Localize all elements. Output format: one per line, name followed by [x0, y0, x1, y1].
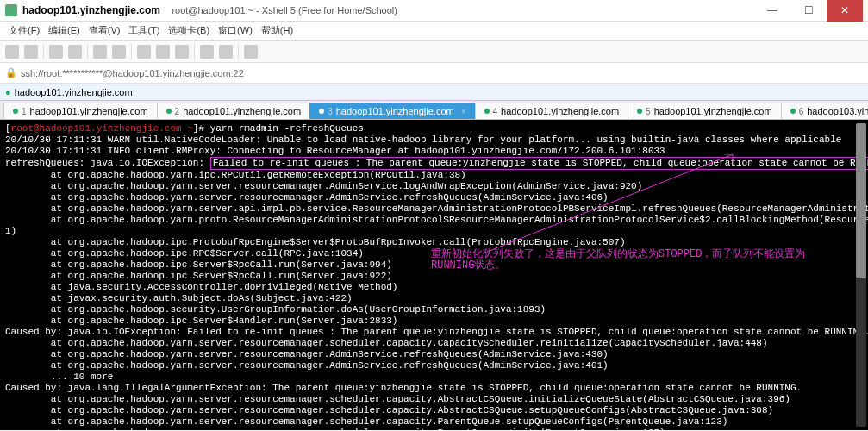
output-line: at org.apache.hadoop.yarn.server.resourc…	[5, 416, 863, 428]
menu-help[interactable]: 帮助(H)	[258, 22, 297, 39]
close-button[interactable]: ✕	[827, 0, 863, 22]
addressbar[interactable]: 🔒 ssh://root:***********@hadoop101.yinzh…	[0, 63, 868, 84]
toolbar-paste-icon[interactable]	[112, 45, 126, 59]
output-line: 20/10/30 17:11:31 INFO client.RMProxy: C…	[5, 146, 863, 157]
status-dot-icon	[13, 109, 18, 114]
output-line: Caused by: java.lang.IllegalArgumentExce…	[5, 383, 863, 394]
output-line: at org.apache.hadoop.yarn.proto.Resource…	[5, 215, 863, 226]
tab-3[interactable]: 3hadoop101.yinzhengjie.com×	[309, 103, 475, 119]
tab-label: hadoop101.yinzhengjie.com	[336, 106, 454, 116]
toolbar-color-icon[interactable]	[175, 45, 189, 59]
output-line: at org.apache.hadoop.yarn.server.resourc…	[5, 338, 863, 349]
toolbar-reconnect-icon[interactable]	[49, 45, 63, 59]
output-line: at org.apache.hadoop.yarn.ipc.RPCUtil.ge…	[5, 170, 863, 181]
titlebar: hadoop101.yinzhengjie.com root@hadoop101…	[0, 0, 868, 22]
session-status-icon: ●	[5, 87, 11, 97]
minimize-button[interactable]: —	[754, 0, 790, 22]
prompt-userhost: root@hadoop101.yinzhengjie.com ~	[11, 123, 193, 134]
tab-5[interactable]: 5hadoop101.yinzhengjie.com	[628, 103, 782, 119]
status-dot-icon	[319, 109, 324, 114]
tabstrip: 1hadoop101.yinzhengjie.com 2hadoop101.yi…	[0, 101, 868, 120]
status-dot-icon	[637, 109, 642, 114]
annotation-text: 重新初始化队列失败了，这是由于父队列的状态为STOPPED，而子队列不能设置为R…	[431, 249, 845, 272]
toolbar-disconnect-icon[interactable]	[68, 45, 82, 59]
menu-tools[interactable]: 工具(T)	[125, 22, 163, 39]
app-icon	[5, 4, 17, 16]
output-line: 20/10/30 17:11:31 WARN util.NativeCodeLo…	[5, 134, 863, 146]
scrollbar-thumb[interactable]	[856, 123, 866, 278]
tab-label: hadoop103.yinzhengjie.com	[807, 106, 868, 116]
highlighted-error: Failed to re-init queues : The parent qu…	[210, 157, 868, 170]
menu-window[interactable]: 窗口(W)	[215, 22, 256, 39]
output-line: at org.apache.hadoop.yarn.server.resourc…	[5, 405, 863, 416]
output-line: Caused by: java.io.IOException: Failed t…	[5, 327, 863, 338]
output-line: at org.apache.hadoop.ipc.ProtobufRpcEngi…	[5, 237, 863, 248]
output-line: at javax.security.auth.Subject.doAs(Subj…	[5, 293, 863, 304]
tab-num: 6	[799, 107, 804, 116]
toolbar-separator	[238, 44, 239, 59]
local-tab[interactable]: ● hadoop101.yinzhengjie.com	[0, 84, 868, 101]
status-dot-icon	[166, 109, 172, 114]
tab-num: 5	[646, 107, 651, 116]
status-dot-icon	[484, 109, 490, 114]
menu-file[interactable]: 文件(F)	[5, 22, 43, 39]
tab-2[interactable]: 2hadoop101.yinzhengjie.com	[157, 103, 311, 119]
toolbar	[0, 41, 868, 63]
output-line: at org.apache.hadoop.yarn.server.resourc…	[5, 181, 863, 192]
local-tab-label: hadoop101.yinzhengjie.com	[15, 87, 133, 97]
output-line: at org.apache.hadoop.ipc.Server$Handler.…	[5, 315, 863, 327]
window-subtitle: root@hadoop101:~ - Xshell 5 (Free for Ho…	[172, 5, 397, 16]
toolbar-separator	[131, 44, 132, 59]
tab-num: 2	[175, 107, 180, 116]
output-line: 1)	[5, 226, 863, 237]
tab-6[interactable]: 6hadoop103.yinzhengjie.com	[781, 103, 868, 119]
toolbar-props-icon[interactable]	[156, 45, 170, 59]
address-text: ssh://root:***********@hadoop101.yinzhen…	[21, 68, 244, 78]
tab-1[interactable]: 1hadoop101.yinzhengjie.com	[3, 103, 158, 119]
tab-num: 4	[493, 107, 498, 116]
output-line: ... 10 more	[5, 372, 863, 383]
tab-label: hadoop101.yinzhengjie.com	[30, 106, 148, 116]
output-line: at org.apache.hadoop.yarn.server.api.imp…	[5, 203, 863, 215]
toolbar-copy-icon[interactable]	[93, 45, 107, 59]
window-title: hadoop101.yinzhengjie.com root@hadoop101…	[22, 4, 754, 16]
window-buttons: — ☐ ✕	[754, 0, 863, 22]
output-line: at org.apache.hadoop.ipc.Server$RpcCall.…	[5, 271, 863, 282]
menubar: 文件(F) 编辑(E) 查看(V) 工具(T) 选项卡(B) 窗口(W) 帮助(…	[0, 22, 868, 41]
toolbar-separator	[194, 44, 195, 59]
toolbar-font-icon[interactable]	[200, 45, 214, 59]
toolbar-search-icon[interactable]	[137, 45, 151, 59]
title-text: hadoop101.yinzhengjie.com	[22, 4, 160, 16]
output-line: at org.apache.hadoop.yarn.server.resourc…	[5, 394, 863, 405]
output-line: at java.security.AccessController.doPriv…	[5, 282, 863, 293]
toolbar-separator	[43, 44, 44, 59]
toolbar-separator	[87, 44, 88, 59]
status-dot-icon	[790, 109, 796, 114]
maximize-button[interactable]: ☐	[790, 0, 827, 22]
lock-icon: 🔒	[5, 67, 17, 78]
prompt-line: [root@hadoop101.yinzhengjie.com ~]# yarn…	[5, 123, 863, 134]
tab-num: 1	[22, 107, 27, 116]
menu-tabs[interactable]: 选项卡(B)	[165, 22, 213, 39]
tab-close-icon[interactable]: ×	[461, 107, 466, 116]
output-line: at org.apache.hadoop.yarn.server.resourc…	[5, 349, 863, 360]
output-line: at org.apache.hadoop.yarn.server.resourc…	[5, 192, 863, 203]
tab-label: hadoop101.yinzhengjie.com	[183, 106, 301, 116]
output-line: at org.apache.hadoop.yarn.server.resourc…	[5, 360, 863, 372]
output-line: refreshQueues: java.io.IOException: Fail…	[5, 157, 863, 170]
output-line: at org.apache.hadoop.security.UserGroupI…	[5, 304, 863, 315]
terminal[interactable]: [root@hadoop101.yinzhengjie.com ~]# yarn…	[0, 120, 868, 430]
toolbar-help-icon[interactable]	[244, 45, 258, 59]
toolbar-zoom-icon[interactable]	[219, 45, 233, 59]
tab-label: hadoop101.yinzhengjie.com	[654, 106, 772, 116]
toolbar-open-icon[interactable]	[24, 45, 38, 59]
terminal-scrollbar[interactable]	[856, 123, 866, 427]
menu-edit[interactable]: 编辑(E)	[45, 22, 84, 39]
tab-label: hadoop101.yinzhengjie.com	[501, 106, 619, 116]
menu-view[interactable]: 查看(V)	[85, 22, 124, 39]
toolbar-new-icon[interactable]	[5, 45, 19, 59]
command: yarn rmadmin -refreshQueues	[204, 123, 364, 134]
tab-4[interactable]: 4hadoop101.yinzhengjie.com	[475, 103, 629, 119]
output-line: at org.apache.hadoop.yarn.server.resourc…	[5, 428, 863, 430]
tab-num: 3	[328, 107, 333, 116]
